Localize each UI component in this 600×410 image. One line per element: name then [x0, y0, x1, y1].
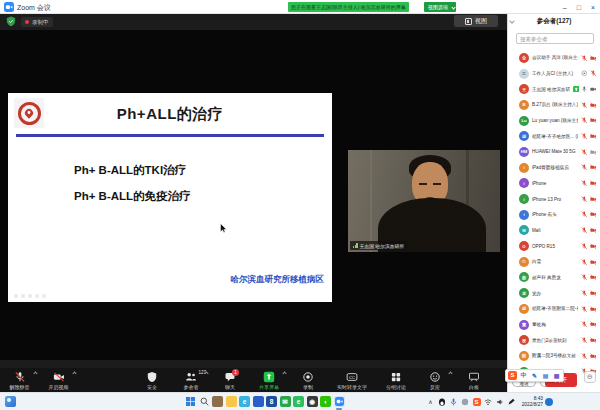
chat-badge: 1: [232, 369, 239, 376]
sogou-tray-icon[interactable]: S: [473, 398, 481, 406]
participant-name: 胡延琳-齐医附第二院-神经内..: [532, 306, 578, 311]
close-button[interactable]: ×: [591, 4, 595, 11]
toolbar-record[interactable]: 录制: [290, 368, 326, 392]
toolbar-whiteboard[interactable]: 白板: [456, 368, 492, 392]
widgets-icon[interactable]: [5, 396, 16, 407]
participant-row[interactable]: i iPhone 13 Pro: [508, 191, 600, 207]
participant-avatar: 工: [519, 69, 529, 79]
screen-sharing-icon: [573, 86, 580, 93]
participant-row[interactable]: 胡 胡延琳-齐医附第二院-神经内..: [508, 301, 600, 317]
participant-row[interactable]: 王 王志国 哈尔滨血研所: [508, 81, 600, 97]
participant-name: iPad骨髓移植病房: [532, 165, 578, 170]
view-layout-icon: [465, 18, 472, 25]
participant-row[interactable]: 附 附属二院3号楼赵文超: [508, 348, 600, 364]
mic-tray-icon[interactable]: [450, 398, 458, 406]
participant-row[interactable]: 超 超声科 典胜龙: [508, 270, 600, 286]
pen-icon[interactable]: [507, 398, 515, 406]
qq-icon[interactable]: [438, 398, 446, 406]
zoom-app-icon[interactable]: [334, 396, 345, 407]
wechat-icon[interactable]: ◖: [320, 396, 331, 407]
toolbar-share-screen[interactable]: 共享屏幕: [251, 368, 287, 392]
toolbar-live-transcript[interactable]: CC 实时转录文字: [329, 368, 375, 392]
notification-badge[interactable]: [545, 398, 553, 406]
watching-screen-banner: 您正在观看王志国(联席主持人) 哈尔滨血研所的屏幕: [288, 2, 409, 12]
muted-mic-icon: [581, 227, 588, 234]
sogou-logo-icon[interactable]: S: [508, 371, 517, 380]
toolbar-unmute[interactable]: 解除静音: [2, 368, 38, 392]
participant-name: Lu yuan yuan (联席主持人): [532, 118, 578, 123]
windows-taskbar: e8✉e◉◖ ∧ S 8:43 2022/8/27: [0, 392, 600, 410]
app-blue-icon[interactable]: [253, 396, 264, 407]
participant-status-icons: [581, 180, 596, 187]
keyboard-icon[interactable]: ▤: [541, 371, 550, 380]
toolbar-security[interactable]: 安全: [134, 368, 170, 392]
start-icon[interactable]: [185, 396, 196, 407]
toolbar-start-video[interactable]: 开启视频: [41, 368, 77, 392]
participant-row[interactable]: 工 工作人员CI (主持人): [508, 66, 600, 82]
toolbar-reactions[interactable]: 反应: [417, 368, 453, 392]
participant-row[interactable]: 会 会议助手 高洋 (联席主持人, 我): [508, 50, 600, 66]
participant-row[interactable]: i iPhone 石头: [508, 207, 600, 223]
toolbox-icon[interactable]: ▦: [552, 371, 561, 380]
chevron-down-icon: [451, 5, 455, 9]
video-off-icon: [590, 227, 597, 234]
evernote-icon[interactable]: e: [293, 396, 304, 407]
cc-icon: CC: [346, 371, 358, 383]
tray-expand-icon[interactable]: ∧: [427, 398, 435, 406]
recording-indicator[interactable]: 录制中: [21, 17, 53, 27]
camera-app-icon[interactable]: ◉: [307, 396, 318, 407]
participant-row[interactable]: 发 发热门2诊室软刻: [508, 332, 600, 348]
toolbar-breakout[interactable]: 分组讨论: [378, 368, 414, 392]
participant-status-icons: [573, 86, 597, 93]
participant-row[interactable]: O OPPO R15: [508, 238, 600, 254]
participant-avatar: 附: [519, 351, 529, 361]
participant-row[interactable]: B B.27后台 (联席主持人): [508, 97, 600, 113]
zoom-logo-icon: [4, 2, 14, 12]
participant-row[interactable]: HM HUAWEI Mate 30 5G: [508, 144, 600, 160]
chinese-mode-icon[interactable]: 中: [519, 371, 528, 380]
participant-name: 胡延琳-齐齐哈尔医... (联席主持人): [532, 134, 578, 139]
handwriting-icon[interactable]: ✎: [530, 371, 539, 380]
minimize-button[interactable]: –: [563, 4, 567, 11]
video-off-icon: [590, 196, 597, 203]
encryption-shield-icon[interactable]: [6, 16, 16, 27]
participant-avatar: 白: [519, 257, 529, 267]
participant-row[interactable]: 白 白雪: [508, 254, 600, 270]
recording-label: 录制中: [32, 19, 49, 26]
search-icon[interactable]: [199, 396, 210, 407]
file-explorer-icon[interactable]: [212, 396, 223, 407]
participant-row[interactable]: i iPad骨髓移植病房: [508, 160, 600, 176]
participant-row[interactable]: i iPhone: [508, 176, 600, 192]
participant-avatar: i: [519, 194, 529, 204]
participant-row[interactable]: M Mali: [508, 223, 600, 239]
video-off-icon: [590, 211, 597, 218]
participant-row[interactable]: 党 党办: [508, 285, 600, 301]
folder-icon[interactable]: [226, 396, 237, 407]
app-8-icon[interactable]: 8: [266, 396, 277, 407]
ime-minimize-button[interactable]: ⊖: [584, 371, 596, 383]
view-options-button[interactable]: 视图选项: [424, 2, 456, 12]
wifi-icon[interactable]: [484, 398, 492, 406]
slide-bullet-2: Ph+ B-ALL的免疫治疗: [74, 189, 191, 204]
participant-row[interactable]: Lu Lu yuan yuan (联席主持人): [508, 113, 600, 129]
mail-icon[interactable]: ✉: [280, 396, 291, 407]
video-off-icon: [590, 274, 597, 281]
ime-toolbar[interactable]: S中✎▤▦: [505, 369, 564, 382]
reactions-icon: [429, 371, 441, 383]
speaker-video-tile[interactable]: 王志国 哈尔滨血研所: [348, 150, 500, 252]
toolbar-participants[interactable]: 参会者 127: [173, 368, 209, 392]
edge-icon[interactable]: e: [239, 396, 250, 407]
taskbar-clock[interactable]: 8:43 2022/8/27: [522, 396, 543, 408]
participant-row[interactable]: 胡 胡延琳-齐齐哈尔医... (联席主持人): [508, 128, 600, 144]
volume-icon[interactable]: [496, 398, 504, 406]
maximize-button[interactable]: □: [577, 4, 581, 11]
toolbar-chat[interactable]: 聊天 1: [212, 368, 248, 392]
view-button[interactable]: 视图: [454, 15, 498, 27]
participant-row[interactable]: 董 董晓梅: [508, 317, 600, 333]
video-off-icon: [590, 117, 597, 124]
slideshow-controls[interactable]: [14, 294, 46, 298]
onedrive-icon[interactable]: [461, 398, 469, 406]
participant-search-input[interactable]: [516, 33, 594, 44]
taskbar-apps: e8✉e◉◖: [185, 396, 345, 407]
zoom-meeting-window: Zoom 会议 您正在观看王志国(联席主持人) 哈尔滨血研所的屏幕 视图选项 –…: [0, 0, 600, 410]
